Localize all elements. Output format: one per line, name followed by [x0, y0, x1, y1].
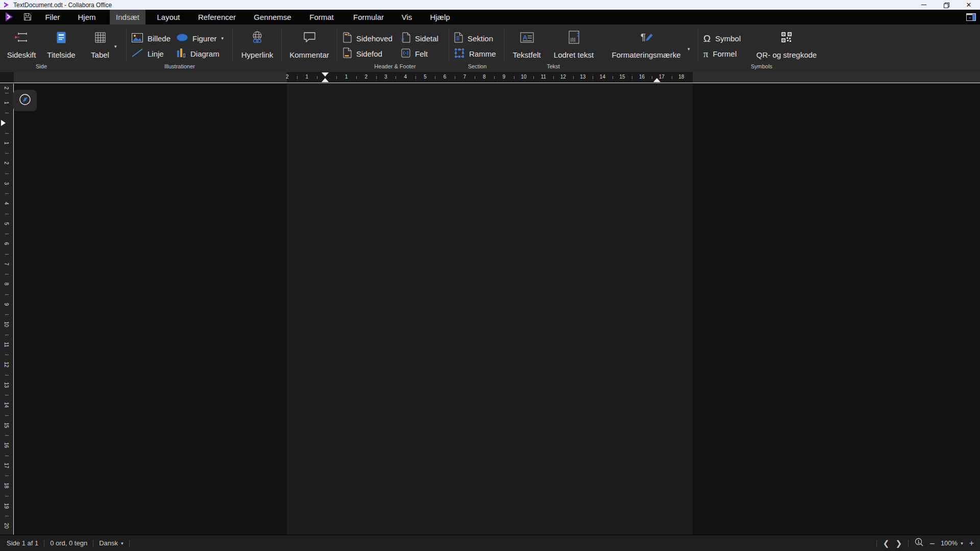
- hyperlink-button[interactable]: Hyperlink: [238, 28, 277, 60]
- indent-marker-top[interactable]: [322, 72, 329, 77]
- felt-button[interactable]: Felt: [401, 46, 428, 61]
- qr-stregkode-label: QR- og stregkode: [756, 51, 817, 60]
- svg-text:#: #: [401, 37, 405, 43]
- zoom-indicator-icon[interactable]: 1: [915, 538, 924, 548]
- zoom-level-selector[interactable]: 100% ▾: [941, 539, 963, 547]
- ruler-tick: [297, 76, 298, 79]
- ruler-number: 11: [541, 74, 546, 80]
- ruler-tick: [455, 76, 455, 79]
- restore-icon[interactable]: [935, 0, 958, 10]
- navigator-button[interactable]: [13, 90, 37, 111]
- zoom-level: 100%: [941, 539, 958, 547]
- sidefod-button[interactable]: Sidefod: [343, 46, 382, 61]
- window-controls: ✕: [913, 0, 980, 10]
- figurer-dropdown-icon[interactable]: ▾: [222, 36, 224, 41]
- page-number-icon: #: [401, 32, 410, 44]
- ribbon-divider: [337, 29, 337, 62]
- document-page[interactable]: [287, 84, 693, 535]
- ruler-number: 2: [4, 158, 9, 168]
- footer-icon: [343, 47, 352, 60]
- previous-page-icon[interactable]: ❮: [883, 539, 890, 548]
- titlebar: TextDocument.odt - Collabora Office ✕: [0, 0, 980, 10]
- frame-icon: [454, 48, 464, 60]
- ruler-tick: [632, 76, 632, 79]
- ruler-number: 3: [384, 74, 387, 80]
- top-margin-marker[interactable]: [1, 120, 6, 126]
- ruler-tick: [5, 496, 9, 496]
- ruler-number: 8: [483, 74, 486, 80]
- ruler-number: 2: [286, 74, 289, 80]
- ruler-number: 4: [404, 74, 407, 80]
- formateringsmaerke-dropdown-icon[interactable]: ▾: [688, 46, 690, 52]
- compass-icon: [18, 93, 32, 108]
- ramme-label: Ramme: [469, 49, 496, 58]
- formel-button[interactable]: π Formel: [703, 46, 737, 61]
- vertical-text-icon: A: [569, 28, 579, 47]
- menu-tab-referencer[interactable]: Referencer: [194, 10, 240, 24]
- sidebar-toggle-icon[interactable]: [966, 13, 976, 23]
- ruler-tick: [356, 76, 357, 79]
- collabora-logo-icon: [4, 2, 9, 8]
- tabel-dropdown-icon[interactable]: ▾: [114, 44, 117, 49]
- minimize-icon[interactable]: [913, 0, 935, 10]
- header-icon: [343, 32, 352, 44]
- ruler-tick: [5, 214, 9, 214]
- ruler-tick: [5, 456, 9, 456]
- kommentar-button[interactable]: Kommentar: [288, 28, 330, 60]
- sideskift-label: Sideskift: [7, 51, 36, 60]
- linje-button[interactable]: Linje: [132, 46, 164, 61]
- tabel-button[interactable]: Tabel: [86, 28, 114, 60]
- sidehoved-button[interactable]: Sidehoved: [343, 31, 393, 45]
- ruler-number: 2: [364, 74, 368, 80]
- next-page-icon[interactable]: ❯: [895, 539, 902, 548]
- ruler-tick: [336, 76, 337, 79]
- ruler-tick: [553, 76, 554, 79]
- symbol-button[interactable]: Ω Symbol: [703, 31, 741, 45]
- tekstfelt-button[interactable]: A Tekstfelt: [510, 28, 544, 60]
- language-label: Dansk: [99, 539, 118, 547]
- word-count[interactable]: 0 ord, 0 tegn: [50, 539, 87, 547]
- ruler-tick: [5, 133, 9, 134]
- formel-label: Formel: [713, 49, 737, 58]
- ramme-button[interactable]: Ramme: [454, 46, 496, 61]
- window-title: TextDocument.odt - Collabora Office: [13, 2, 112, 9]
- ruler-tick: [475, 76, 475, 79]
- sideskift-button[interactable]: Sideskift: [5, 28, 38, 60]
- indent-marker-bottom[interactable]: [322, 78, 329, 82]
- billede-button[interactable]: Billede: [132, 31, 170, 45]
- group-label-illustrationer: Illustrationer: [164, 63, 195, 69]
- ruler-number: 15: [4, 420, 9, 430]
- page-info[interactable]: Side 1 af 1: [7, 539, 38, 547]
- titelside-button[interactable]: Titelside: [44, 28, 79, 60]
- menu-tab-format[interactable]: Format: [299, 10, 345, 24]
- statusbar-divider: [93, 540, 93, 547]
- figurer-button[interactable]: Figurer ▾: [177, 31, 224, 45]
- zoom-in-icon[interactable]: +: [969, 539, 974, 547]
- menu-tab-hjem[interactable]: Hjem: [64, 10, 110, 24]
- felt-label: Felt: [415, 49, 428, 58]
- menu-tab-gennemse[interactable]: Gennemse: [250, 10, 296, 24]
- formatting-mark-icon: ¶: [640, 28, 653, 47]
- ruler-tick: [5, 314, 9, 315]
- close-icon[interactable]: ✕: [958, 0, 980, 10]
- menu-tab-indsaet[interactable]: Indsæt: [110, 10, 145, 24]
- qr-stregkode-button[interactable]: QR- og stregkode: [752, 28, 821, 60]
- table-icon: [95, 28, 106, 47]
- symbol-label: Symbol: [715, 34, 741, 43]
- ruler-tick: [5, 375, 9, 375]
- diagram-button[interactable]: Diagram: [177, 46, 219, 61]
- lodret-tekst-button[interactable]: A Lodret tekst: [551, 28, 597, 60]
- menu-tab-hjaelp[interactable]: Hjælp: [417, 10, 463, 24]
- language-selector[interactable]: Dansk ▾: [99, 539, 123, 547]
- sidetal-button[interactable]: # Sidetal: [401, 31, 438, 45]
- menu-tab-layout[interactable]: Layout: [145, 10, 191, 24]
- pi-icon: π: [703, 49, 708, 59]
- ruler-number: 9: [503, 74, 506, 80]
- sektion-button[interactable]: Sektion: [454, 31, 493, 45]
- ruler-tick: [514, 76, 514, 79]
- zoom-out-icon[interactable]: –: [930, 539, 935, 547]
- collabora-menu-icon[interactable]: [4, 12, 14, 24]
- ruler-tick: [415, 76, 416, 79]
- formateringsmaerke-button[interactable]: ¶ Formateringsmærke: [608, 28, 684, 60]
- formateringsmaerke-label: Formateringsmærke: [611, 51, 680, 60]
